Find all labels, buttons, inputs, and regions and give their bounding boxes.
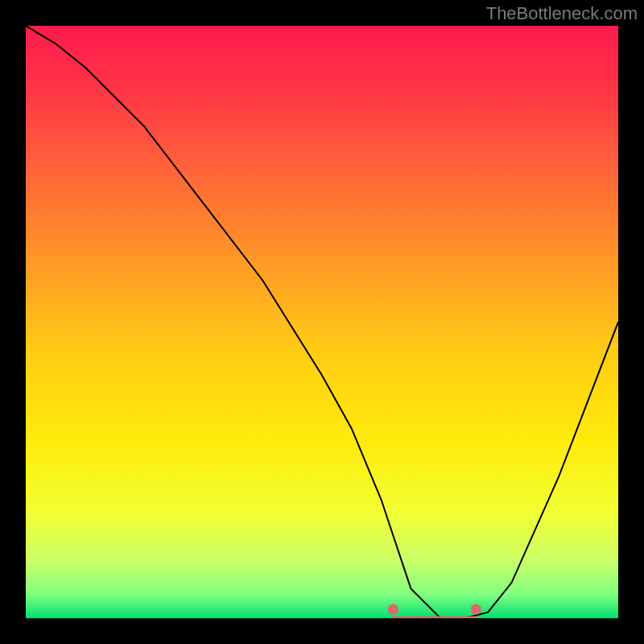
watermark-text: TheBottleneck.com xyxy=(486,3,638,24)
svg-point-3 xyxy=(471,604,481,614)
chart-frame: TheBottleneck.com xyxy=(0,0,644,644)
flat-segment xyxy=(388,604,481,618)
svg-point-2 xyxy=(388,604,398,614)
plot-area xyxy=(26,26,618,618)
curve-layer xyxy=(26,26,618,618)
bottleneck-curve xyxy=(26,26,618,618)
